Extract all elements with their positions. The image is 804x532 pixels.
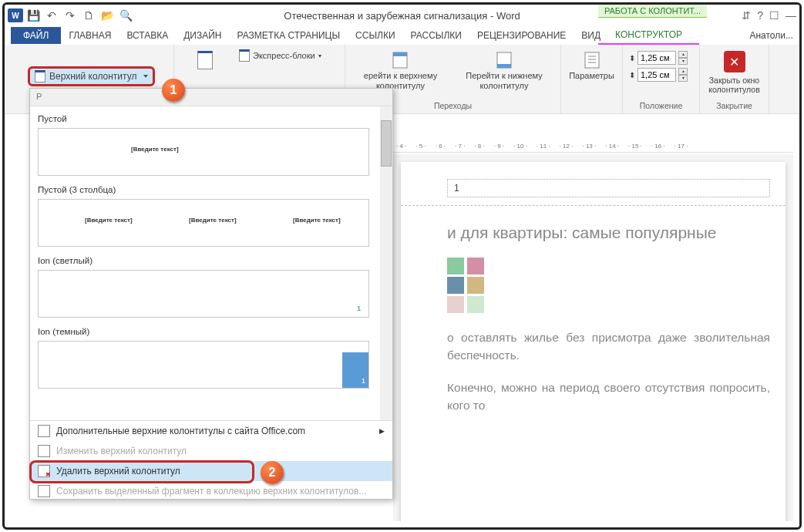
header-dropdown-button[interactable]: Верхний колонтитул (28, 66, 155, 86)
spin-down[interactable]: ▾ (678, 75, 688, 82)
goto-footer-icon (494, 49, 514, 69)
context-tab-group: РАБОТА С КОЛОНТИТ... (598, 5, 707, 18)
more-from-office-item[interactable]: Дополнительные верхние колонтитулы с сай… (30, 421, 392, 441)
page-icon-btn[interactable] (190, 46, 220, 74)
goto-header-button[interactable]: ерейти к верхнему колонтитулу (352, 48, 449, 92)
gallery-item-blank[interactable]: [Введите текст] (38, 128, 369, 176)
close-icon: ✕ (724, 51, 745, 72)
header-bottom-input[interactable] (637, 68, 676, 82)
gallery-title-blank3: Пустой (3 столбца) (38, 182, 385, 199)
gallery-title-ion-light: Ion (светлый) (38, 253, 385, 270)
tab-layout[interactable]: РАЗМЕТКА СТРАНИЦЫ (230, 27, 348, 44)
header-top-position: ⬍ ▴▾ (629, 51, 693, 65)
close-header-footer-button[interactable]: ✕ Закрыть окно колонтитулов (706, 48, 762, 97)
spin-up[interactable]: ▴ (678, 68, 688, 75)
placeholder-text: [Введите текст] (131, 146, 179, 153)
quick-access-toolbar: W 💾 ↶ ↷ 🗋 📂 🔍 (8, 7, 134, 24)
dropdown-hint: Р (30, 89, 392, 106)
document-image-placeholder (447, 258, 484, 313)
edit-header-item[interactable]: Изменить верхний колонтитул (30, 441, 392, 461)
page[interactable]: 1 и для квартиры: самые популярные о ост… (401, 162, 785, 521)
edit-header-icon (38, 445, 50, 457)
redo-icon[interactable]: ↷ (62, 7, 79, 24)
spin-down[interactable]: ▾ (678, 58, 688, 65)
tab-designer[interactable]: КОНСТРУКТОР (598, 26, 699, 45)
header-separator (401, 205, 785, 206)
goto-footer-label: Перейти к нижнему колонтитулу (457, 71, 551, 90)
header-top-input[interactable] (637, 51, 676, 65)
quick-parts-button[interactable]: Экспресс-блоки ▾ (236, 48, 338, 63)
window-controls: ⇵ ? ☐ — (742, 9, 796, 22)
svg-rect-3 (497, 64, 511, 68)
close-hf-label: Закрыть окно колонтитулов (708, 76, 759, 94)
spin-up[interactable]: ▴ (678, 51, 688, 58)
group-close-label: Закрытие (706, 101, 762, 112)
window-title: Отечественная и зарубежная сигнализация … (284, 10, 520, 22)
page-icon (35, 70, 45, 82)
gallery-title-ion-dark: Ion (темный) (38, 324, 385, 341)
dropdown-footer: Дополнительные верхние колонтитулы с сай… (30, 421, 392, 501)
office-icon (38, 425, 50, 437)
tab-file[interactable]: ФАЙЛ (11, 27, 61, 44)
delete-header-icon (38, 465, 50, 477)
svg-rect-4 (585, 52, 599, 68)
tab-references[interactable]: ССЫЛКИ (348, 27, 402, 44)
scrollbar-thumb[interactable] (381, 120, 392, 167)
quick-parts-label: Экспресс-блоки (253, 51, 315, 60)
document-paragraph-2: Конечно, можно на период своего отсутств… (447, 379, 770, 415)
tab-design[interactable]: ДИЗАЙН (176, 27, 229, 44)
open-icon[interactable]: 📂 (99, 7, 116, 24)
user-label[interactable]: Анатоли... (749, 30, 793, 41)
titlebar: W 💾 ↶ ↷ 🗋 📂 🔍 Отечественная и зарубежная… (5, 5, 799, 26)
header-edit-area[interactable]: 1 (447, 179, 770, 197)
save-selection-label: Сохранить выделенный фрагмент в коллекци… (56, 486, 366, 497)
horizontal-ruler[interactable]: · 4 ·· 5 ·· 6 ·· 7 ·· 8 ·· 9 ·· 10 ·· 11… (393, 140, 793, 153)
header-dropdown-label: Верхний колонтитул (49, 71, 136, 82)
options-button[interactable]: Параметры (567, 48, 616, 82)
options-label: Параметры (569, 71, 614, 81)
gallery-scroll[interactable]: Пустой [Введите текст] Пустой (3 столбца… (30, 106, 392, 421)
gallery-item-blank3[interactable]: [Введите текст] [Введите текст] [Введите… (38, 199, 369, 247)
undo-icon[interactable]: ↶ (43, 7, 60, 24)
help-icon[interactable]: ? (757, 9, 763, 22)
ribbon-tabs: ФАЙЛ ГЛАВНАЯ ВСТАВКА ДИЗАЙН РАЗМЕТКА СТР… (5, 26, 799, 45)
word-icon: W (8, 8, 23, 22)
callout-2: 2 (261, 461, 284, 484)
document-area: 1 и для квартиры: самые популярные о ост… (393, 154, 793, 521)
save-selection-icon (38, 485, 50, 497)
restore-icon[interactable]: ☐ (769, 9, 779, 22)
scrollbar[interactable] (380, 106, 392, 420)
callout-1: 1 (162, 79, 185, 102)
document-paragraph-1: о оставлять жилье без присмотра даже зво… (447, 328, 770, 365)
tab-mailings[interactable]: РАССЫЛКИ (403, 27, 469, 44)
context-tab-header: РАБОТА С КОЛОНТИТ... (598, 5, 707, 18)
svg-rect-1 (393, 52, 407, 56)
group-position-label: Положение (629, 101, 693, 112)
placeholder-text: [Введите текст] (85, 217, 133, 224)
header-bottom-position: ⬍ ▴▾ (629, 68, 693, 82)
new-icon[interactable]: 🗋 (80, 7, 97, 24)
options-icon (582, 49, 602, 69)
goto-footer-button[interactable]: Перейти к нижнему колонтитулу (454, 48, 554, 92)
tab-review[interactable]: РЕЦЕНЗИРОВАНИЕ (469, 27, 574, 44)
placeholder-text: [Введите текст] (189, 217, 237, 224)
header-text: 1 (454, 183, 459, 194)
delete-header-item[interactable]: Удалить верхний колонтитул (30, 461, 392, 481)
goto-header-icon (390, 49, 410, 69)
minimize-button[interactable]: — (785, 9, 796, 22)
gallery-item-ion-light[interactable]: 1 (38, 270, 369, 318)
ion-dark-bar: 1 (342, 352, 368, 388)
placeholder-text: [Введите текст] (293, 217, 341, 224)
save-selection-item: Сохранить выделенный фрагмент в коллекци… (30, 481, 392, 501)
more-office-label: Дополнительные верхние колонтитулы с сай… (56, 426, 305, 436)
save-icon[interactable]: 💾 (25, 7, 42, 24)
preview-icon[interactable]: 🔍 (117, 7, 134, 24)
ribbon-options-icon[interactable]: ⇵ (742, 9, 751, 22)
tab-home[interactable]: ГЛАВНАЯ (61, 27, 119, 44)
tab-insert[interactable]: ВСТАВКА (119, 27, 176, 44)
gallery-item-ion-dark[interactable]: 1 (38, 341, 369, 389)
document-heading: и для квартиры: самые популярные (447, 224, 770, 242)
edit-header-label: Изменить верхний колонтитул (56, 446, 187, 456)
chevron-right-icon: ▶ (379, 427, 385, 435)
ion-light-page-number: 1 (357, 305, 361, 312)
